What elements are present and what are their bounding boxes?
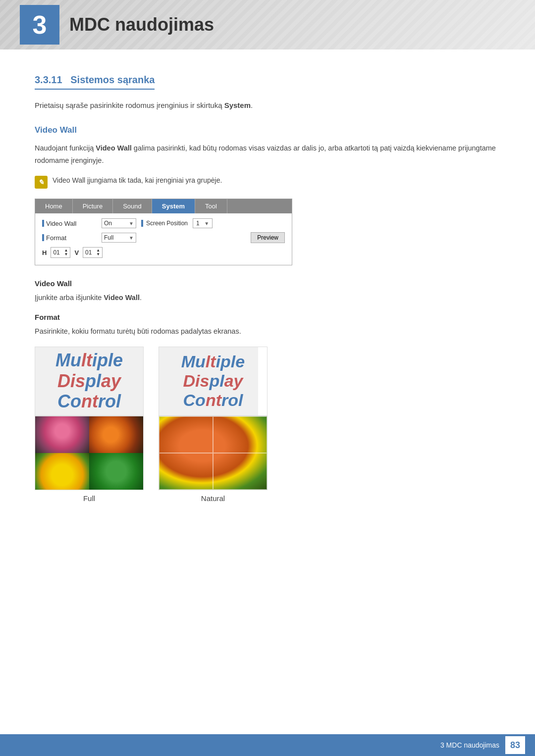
select-arrow-full: ▼ xyxy=(129,235,134,241)
format-label-full: Full xyxy=(83,494,95,503)
ui-body: Video Wall On ▼ Screen Position 1 ▼ xyxy=(35,213,292,265)
content-subhead-videowall: Video Wall xyxy=(35,279,500,288)
mdc-logo-full-top: Multiple Display Control xyxy=(35,347,144,416)
header-title: MDC naudojimas xyxy=(69,14,214,35)
ui-row-hv: H 01 ▲ ▼ V 01 ▲ ▼ xyxy=(42,247,285,258)
ui-row-videowall: Video Wall On ▼ Screen Position 1 ▼ xyxy=(42,218,285,228)
section-heading: 3.3.11 Sistemos sąranka xyxy=(35,74,155,90)
header-banner: 3 MDC naudojimas xyxy=(0,0,535,50)
note-box: ✎ Video Wall įjungiama tik tada, kai įre… xyxy=(35,175,500,189)
chapter-number: 3 xyxy=(33,10,47,40)
photo-cell-1 xyxy=(35,416,89,453)
h-label: H xyxy=(42,249,47,256)
page-footer: 3 MDC naudojimas 83 xyxy=(0,734,535,756)
format-label-natural: Natural xyxy=(201,494,225,503)
tab-picture[interactable]: Picture xyxy=(73,199,113,213)
content-body-format: Pasirinkite, kokiu formatu turėtų būti r… xyxy=(35,325,500,338)
v-spin[interactable]: ▲ ▼ xyxy=(96,249,100,256)
tab-sound[interactable]: Sound xyxy=(113,199,152,213)
footer-page-number: 83 xyxy=(505,736,525,754)
format-col-natural: Multiple Display Control Natural xyxy=(159,347,268,503)
video-wall-heading: Video Wall xyxy=(35,125,500,135)
h-spin[interactable]: ▲ ▼ xyxy=(64,249,68,256)
ui-select-on[interactable]: On ▼ xyxy=(102,218,136,228)
video-wall-body: Naudojant funkciją Video Wall galima pas… xyxy=(35,142,500,166)
format-col-full: Multiple Display Control Full xyxy=(35,347,144,503)
footer-text: 3 MDC naudojimas xyxy=(440,741,499,749)
ui-screen-num[interactable]: 1 ▼ xyxy=(193,218,213,228)
chapter-number-box: 3 xyxy=(20,5,59,45)
intro-text: Prietaisų sąraše pasirinkite rodomus įre… xyxy=(35,100,500,111)
v-label: V xyxy=(74,249,79,256)
ui-panel: Home Picture Sound System Tool Video Wal… xyxy=(35,199,292,265)
photo-natural xyxy=(159,416,268,490)
tab-home[interactable]: Home xyxy=(35,199,73,213)
tab-system[interactable]: System xyxy=(152,199,195,213)
select-arrow-on: ▼ xyxy=(129,221,134,226)
ui-screen-position: Screen Position xyxy=(141,220,188,227)
h-input[interactable]: 01 ▲ ▼ xyxy=(51,247,70,258)
note-icon: ✎ xyxy=(35,176,48,189)
photo-cell-3 xyxy=(35,453,89,490)
main-content: 3.3.11 Sistemos sąranka Prietaisų sąraše… xyxy=(0,50,535,556)
ui-label-videowall: Video Wall xyxy=(42,220,97,227)
content-subhead-format: Format xyxy=(35,313,500,321)
photo-cell-2 xyxy=(89,416,143,453)
ui-tabs: Home Picture Sound System Tool xyxy=(35,199,292,213)
note-text: Video Wall įjungiama tik tada, kai įreng… xyxy=(53,175,222,186)
photo-cell-4 xyxy=(89,453,143,490)
tab-tool[interactable]: Tool xyxy=(195,199,227,213)
preview-button[interactable]: Preview xyxy=(251,232,285,243)
mdc-logo-natural-top: Multiple Display Control xyxy=(159,347,268,416)
ui-label-format: Format xyxy=(42,234,97,242)
v-input[interactable]: 01 ▲ ▼ xyxy=(83,247,103,258)
format-images: Multiple Display Control Full Multiple D… xyxy=(35,347,500,503)
ui-select-full[interactable]: Full ▼ xyxy=(102,233,136,243)
ui-row-format: Format Full ▼ Preview xyxy=(42,232,285,243)
photo-grid-full xyxy=(35,416,144,490)
content-body-videowall: Įjunkite arba išjunkite Video Wall. xyxy=(35,292,500,304)
